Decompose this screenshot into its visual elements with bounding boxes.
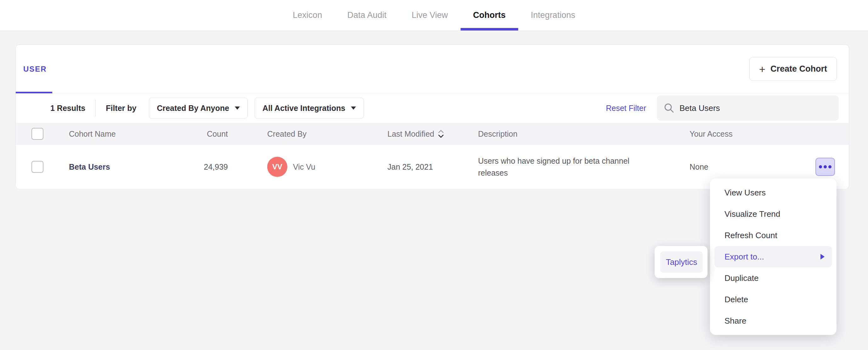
search-box xyxy=(657,96,839,120)
cohort-count: 24,939 xyxy=(179,163,228,172)
header-created-by[interactable]: Created By xyxy=(267,130,307,139)
cohort-name-link[interactable]: Beta Users xyxy=(69,163,110,172)
row-actions-button[interactable] xyxy=(815,158,835,176)
header-your-access[interactable]: Your Access xyxy=(689,130,733,139)
integrations-dropdown-label: All Active Integrations xyxy=(262,104,345,113)
cohorts-card: USER + Create Cohort 1 Results Filter by… xyxy=(16,45,849,188)
nav-tab-data-audit[interactable]: Data Audit xyxy=(347,0,386,31)
top-nav: Lexicon Data Audit Live View Cohorts Int… xyxy=(0,0,868,31)
header-last-modified[interactable]: Last Modified xyxy=(388,129,444,139)
export-submenu: Taplytics xyxy=(655,246,708,278)
menu-item-delete[interactable]: Delete xyxy=(714,289,832,310)
plus-icon: + xyxy=(759,64,766,74)
header-cohort-name[interactable]: Cohort Name xyxy=(69,130,116,139)
menu-item-export-to-label: Export to... xyxy=(724,252,764,262)
reset-filter-link[interactable]: Reset Filter xyxy=(606,104,646,113)
header-description[interactable]: Description xyxy=(478,130,632,139)
table-header: Cohort Name Count Created By Last Modifi… xyxy=(16,123,849,145)
row-checkbox[interactable] xyxy=(31,161,43,173)
header-count[interactable]: Count xyxy=(179,130,228,139)
create-cohort-label: Create Cohort xyxy=(770,64,827,74)
submenu-arrow-icon xyxy=(820,254,825,259)
row-context-menu: View Users Visualize Trend Refresh Count… xyxy=(710,178,837,335)
nav-tab-lexicon[interactable]: Lexicon xyxy=(293,0,322,31)
select-all-checkbox[interactable] xyxy=(31,128,43,140)
menu-item-view-users[interactable]: View Users xyxy=(714,182,832,203)
sort-icon[interactable] xyxy=(437,129,444,139)
header-last-modified-label: Last Modified xyxy=(388,130,434,139)
tab-user-underline xyxy=(16,92,52,93)
search-input[interactable] xyxy=(680,103,832,113)
menu-item-share[interactable]: Share xyxy=(714,310,832,331)
created-by-name: Vic Vu xyxy=(293,163,315,172)
search-icon xyxy=(664,103,675,113)
ellipsis-icon xyxy=(824,165,827,168)
menu-item-refresh-count[interactable]: Refresh Count xyxy=(714,225,832,246)
ellipsis-icon xyxy=(828,165,832,168)
submenu-item-taplytics[interactable]: Taplytics xyxy=(660,251,703,273)
tab-user[interactable]: USER xyxy=(23,65,47,73)
created-by-dropdown-label: Created By Anyone xyxy=(157,104,229,113)
filter-by-label: Filter by xyxy=(106,104,136,113)
last-modified-date: Jan 25, 2021 xyxy=(388,163,433,172)
results-count: 1 Results xyxy=(50,104,85,113)
divider xyxy=(95,100,96,116)
menu-item-visualize-trend[interactable]: Visualize Trend xyxy=(714,203,832,225)
ellipsis-icon xyxy=(819,165,822,168)
filter-bar: 1 Results Filter by Created By Anyone Al… xyxy=(16,93,849,123)
chevron-down-icon xyxy=(351,106,356,110)
nav-tab-live-view[interactable]: Live View xyxy=(412,0,448,31)
menu-item-export-to[interactable]: Export to... xyxy=(714,246,832,267)
create-cohort-button[interactable]: + Create Cohort xyxy=(749,57,837,81)
chevron-down-icon xyxy=(235,106,240,110)
created-by-dropdown[interactable]: Created By Anyone xyxy=(149,98,248,118)
your-access-value: None xyxy=(689,163,708,172)
integrations-dropdown[interactable]: All Active Integrations xyxy=(255,98,364,118)
avatar: VV xyxy=(267,157,287,177)
nav-tab-integrations[interactable]: Integrations xyxy=(531,0,575,31)
cohort-description: Users who have signed up for beta channe… xyxy=(478,155,632,179)
created-by-cell: VV Vic Vu xyxy=(267,157,315,177)
menu-item-duplicate[interactable]: Duplicate xyxy=(714,267,832,289)
cohort-type-tabs: USER + Create Cohort xyxy=(16,45,849,93)
nav-tab-cohorts[interactable]: Cohorts xyxy=(473,0,506,31)
